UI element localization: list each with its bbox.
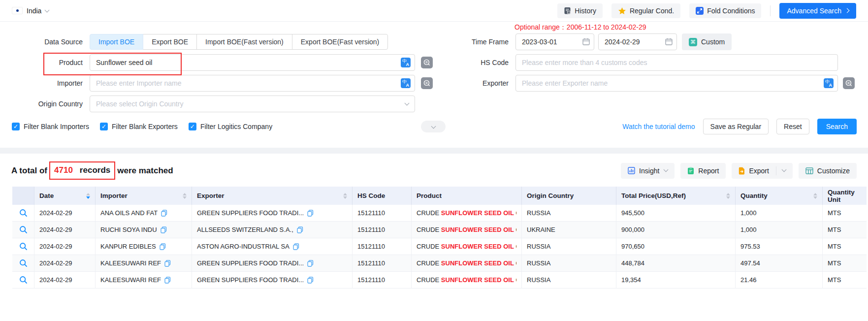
export-label: Export bbox=[749, 167, 769, 175]
cell-importer: KALEESUWARI REF bbox=[96, 272, 192, 288]
table-row: 2024-02-29 KANPUR EDIBLES ASTON AGRO-IND… bbox=[12, 238, 867, 255]
cell-product: CRUDE SUNFLOWER SEED OIL OF ED bbox=[412, 238, 522, 255]
cell-price: 448,784 bbox=[616, 255, 736, 271]
header-date[interactable]: Date bbox=[34, 187, 96, 205]
chevron-down-icon[interactable] bbox=[781, 167, 786, 172]
collapse-conditions-button[interactable] bbox=[421, 121, 446, 132]
fold-conditions-button[interactable]: Fold Conditions bbox=[689, 3, 761, 18]
sort-icons[interactable] bbox=[339, 193, 347, 199]
cell-origin: RUSSIA bbox=[522, 205, 616, 221]
copy-icon[interactable] bbox=[307, 210, 314, 217]
advanced-search-button[interactable]: Advanced Search bbox=[779, 3, 856, 19]
cell-exporter: GREEN SUPPLIERS FOOD TRADI... bbox=[192, 255, 353, 271]
row-origin-country: Origin Country Please select Origin Coun… bbox=[12, 96, 868, 112]
sort-icons[interactable] bbox=[809, 193, 817, 199]
cell-date: 2024-02-29 bbox=[34, 205, 96, 221]
search-button[interactable]: Search bbox=[817, 119, 857, 134]
exporter-input[interactable] bbox=[515, 75, 838, 92]
chevron-down-icon[interactable] bbox=[45, 7, 50, 12]
exact-match-icon[interactable] bbox=[421, 77, 433, 89]
cell-importer: RUCHI SOYA INDU bbox=[96, 222, 192, 238]
country-selector-label[interactable]: India bbox=[27, 7, 41, 15]
table-header-row: Date Importer Exporter HS Code Product O… bbox=[12, 187, 867, 205]
cell-product: CRUDE SUNFLOWER SEED OIL OF ED bbox=[412, 255, 522, 271]
custom-icon: ⌘ bbox=[689, 38, 697, 46]
row-detail-search-icon[interactable] bbox=[19, 209, 28, 217]
sort-icons[interactable] bbox=[82, 193, 90, 199]
header-quantity[interactable]: Quantity bbox=[736, 187, 823, 205]
copy-icon[interactable] bbox=[293, 243, 299, 250]
row-detail-search-icon[interactable] bbox=[19, 225, 28, 234]
optional-range-hint: Optional range：2006-11-12 to 2024-02-29 bbox=[514, 23, 646, 32]
copy-icon[interactable] bbox=[297, 226, 303, 233]
copy-icon[interactable] bbox=[164, 260, 171, 267]
tab-import-boe[interactable]: Import BOE bbox=[90, 34, 143, 50]
cell-unit: MTS bbox=[823, 272, 867, 288]
copy-icon[interactable] bbox=[307, 277, 314, 284]
tab-export-boe[interactable]: Export BOE bbox=[143, 34, 197, 50]
history-button[interactable]: History bbox=[557, 3, 603, 18]
cell-price: 945,500 bbox=[616, 205, 736, 221]
hs-code-input[interactable] bbox=[515, 54, 838, 71]
cell-price: 19,354 bbox=[616, 272, 736, 288]
translate-icon[interactable]: 中A bbox=[401, 58, 411, 67]
importer-input[interactable] bbox=[90, 75, 415, 92]
tab-import-boe-fast[interactable]: Import BOE(Fast version) bbox=[196, 34, 292, 50]
header-total-price[interactable]: Total Price(USD,Ref) bbox=[616, 187, 736, 205]
row-detail-search-icon[interactable] bbox=[19, 259, 28, 267]
copy-icon[interactable] bbox=[164, 277, 171, 284]
report-button[interactable]: Report bbox=[680, 163, 726, 179]
filter-blank-exporters-checkbox[interactable]: ✓ Filter Blank Exporters bbox=[100, 123, 178, 130]
row-detail-search-icon[interactable] bbox=[19, 276, 28, 284]
topbar-actions: History Regular Cond. Fold Conditions Ad… bbox=[557, 3, 856, 19]
sort-icons[interactable] bbox=[179, 193, 187, 199]
export-button[interactable]: Export bbox=[732, 163, 792, 179]
row-filters: ✓ Filter Blank Importers ✓ Filter Blank … bbox=[12, 119, 868, 134]
tab-export-boe-fast[interactable]: Export BOE(Fast version) bbox=[292, 34, 388, 50]
table-row: 2024-02-29 KALEESUWARI REF GREEN SUPPLIE… bbox=[12, 272, 867, 289]
regular-cond-button[interactable]: Regular Cond. bbox=[611, 3, 680, 18]
sort-icons[interactable] bbox=[722, 193, 730, 199]
chevron-down-icon bbox=[405, 101, 410, 106]
filter-blank-exporters-label: Filter Blank Exporters bbox=[112, 123, 178, 130]
export-split-divider bbox=[776, 166, 776, 175]
reset-button[interactable]: Reset bbox=[776, 119, 809, 134]
highlighted-product-text: SUNFLOWER SEED OIL bbox=[441, 209, 514, 217]
copy-icon[interactable] bbox=[161, 210, 167, 217]
header-exporter[interactable]: Exporter bbox=[192, 187, 353, 205]
exact-match-icon[interactable] bbox=[421, 57, 433, 68]
cell-hs-code: 15121110 bbox=[353, 272, 412, 288]
translate-icon[interactable]: 中A bbox=[401, 78, 411, 88]
header-importer[interactable]: Importer bbox=[96, 187, 192, 205]
exporter-field-wrap: 中A bbox=[515, 75, 838, 92]
report-label: Report bbox=[698, 167, 719, 175]
top-bar: India History Regular Cond. Fold Conditi… bbox=[0, 0, 868, 22]
translate-icon[interactable]: 中A bbox=[824, 78, 834, 88]
save-as-regular-button[interactable]: Save as Regular bbox=[703, 119, 769, 134]
calendar-icon[interactable] bbox=[665, 38, 673, 47]
header-product: Product bbox=[412, 187, 522, 205]
header-hs-code: HS Code bbox=[353, 187, 412, 205]
copy-icon[interactable] bbox=[307, 260, 314, 267]
row-importer: Importer 中A Exporter 中A bbox=[12, 75, 868, 92]
filter-logitics-company-checkbox[interactable]: ✓ Filter Logitics Company bbox=[189, 123, 272, 130]
section-divider bbox=[0, 148, 868, 154]
copy-icon[interactable] bbox=[160, 243, 166, 250]
insight-button[interactable]: Insight bbox=[621, 163, 675, 179]
custom-range-button[interactable]: ⌘ Custom bbox=[682, 33, 732, 50]
origin-country-select[interactable]: Please select Origin Country bbox=[90, 96, 415, 112]
topbar-divider bbox=[770, 5, 771, 16]
tutorial-demo-link[interactable]: Watch the tutorial demo bbox=[622, 123, 695, 130]
row-detail-search-icon[interactable] bbox=[19, 242, 28, 251]
product-input[interactable] bbox=[90, 54, 415, 71]
origin-country-label: Origin Country bbox=[12, 100, 83, 108]
filter-blank-importers-checkbox[interactable]: ✓ Filter Blank Importers bbox=[12, 123, 89, 130]
cell-product: CRUDE SUNFLOWER SEED OIL OF ED bbox=[412, 222, 522, 238]
exact-match-icon[interactable] bbox=[843, 77, 855, 89]
results-section: A total of 4710 records were matched Ins… bbox=[0, 154, 868, 289]
copy-icon[interactable] bbox=[161, 226, 167, 233]
cell-origin: RUSSIA bbox=[522, 272, 616, 288]
customize-button[interactable]: Customize bbox=[799, 163, 857, 179]
cell-qty: 497.54 bbox=[736, 255, 823, 271]
calendar-icon[interactable] bbox=[582, 38, 590, 47]
